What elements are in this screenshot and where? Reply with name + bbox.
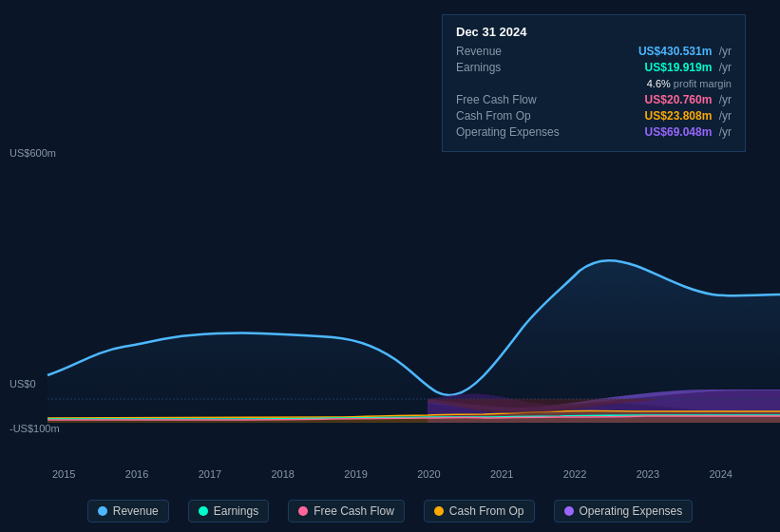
legend-opex-label: Operating Expenses xyxy=(580,504,683,518)
opex-row: Operating Expenses US$69.048m /yr xyxy=(456,125,732,139)
chart-legend: Revenue Earnings Free Cash Flow Cash Fro… xyxy=(0,500,780,522)
earnings-row: Earnings US$19.919m /yr xyxy=(456,61,732,74)
x-label-2015: 2015 xyxy=(52,468,75,480)
legend-fcf[interactable]: Free Cash Flow xyxy=(288,500,405,522)
legend-opex[interactable]: Operating Expenses xyxy=(554,500,694,522)
opex-label: Operating Expenses xyxy=(456,125,570,139)
revenue-label: Revenue xyxy=(456,45,570,58)
margin-row: 4.6% profit margin xyxy=(456,77,732,90)
legend-earnings[interactable]: Earnings xyxy=(188,500,269,522)
revenue-row: Revenue US$430.531m /yr xyxy=(456,45,732,58)
legend-fcf-label: Free Cash Flow xyxy=(314,504,394,518)
legend-revenue[interactable]: Revenue xyxy=(87,500,169,522)
chart-svg xyxy=(0,147,780,489)
legend-cfo-label: Cash From Op xyxy=(449,504,524,518)
cfo-dot xyxy=(434,506,444,516)
earnings-dot xyxy=(199,506,208,516)
x-label-2019: 2019 xyxy=(344,468,367,480)
fcf-label: Free Cash Flow xyxy=(456,93,570,106)
info-tooltip: Dec 31 2024 Revenue US$430.531m /yr Earn… xyxy=(442,14,746,152)
x-label-2020: 2020 xyxy=(417,468,440,480)
earnings-value: US$19.919m xyxy=(645,61,713,74)
x-label-2022: 2022 xyxy=(563,468,586,480)
revenue-value: US$430.531m xyxy=(638,45,712,58)
x-label-2016: 2016 xyxy=(125,468,148,480)
legend-earnings-label: Earnings xyxy=(214,504,258,518)
opex-value: US$69.048m xyxy=(645,125,713,139)
fcf-row: Free Cash Flow US$20.760m /yr xyxy=(456,93,732,106)
legend-revenue-label: Revenue xyxy=(113,504,159,518)
x-axis-labels: 2015 2016 2017 2018 2019 2020 2021 2022 … xyxy=(0,468,780,480)
revenue-dot xyxy=(98,506,107,516)
legend-cfo[interactable]: Cash From Op xyxy=(424,500,535,522)
cfo-label: Cash From Op xyxy=(456,109,570,123)
x-label-2023: 2023 xyxy=(637,468,659,480)
x-label-2021: 2021 xyxy=(490,468,513,480)
cfo-row: Cash From Op US$23.808m /yr xyxy=(456,109,732,123)
fcf-dot xyxy=(298,506,308,516)
tooltip-date: Dec 31 2024 xyxy=(456,25,732,39)
x-label-2024: 2024 xyxy=(709,468,732,480)
x-label-2018: 2018 xyxy=(271,468,294,480)
x-label-2017: 2017 xyxy=(199,468,221,480)
cfo-value: US$23.808m xyxy=(645,109,713,123)
fcf-value: US$20.760m xyxy=(645,93,713,106)
earnings-label: Earnings xyxy=(456,61,570,74)
opex-dot xyxy=(564,506,574,516)
margin-value: 4.6% profit margin xyxy=(647,78,732,89)
